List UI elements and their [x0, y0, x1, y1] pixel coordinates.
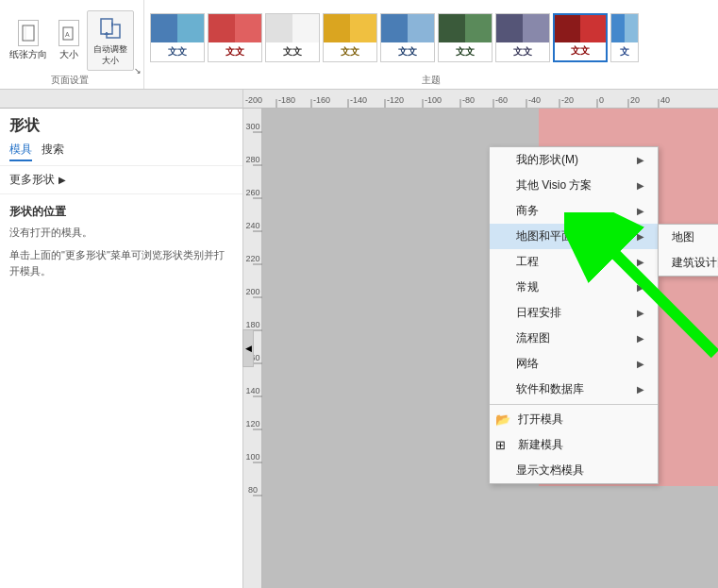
theme-8-label: 文文 — [571, 44, 590, 58]
submenu-architectural[interactable]: 建筑设计图 ▶ — [659, 250, 718, 276]
page-setup-group: 纸张方向 A 大小 自动调整大小 页面设 — [0, 0, 144, 89]
svg-text:80: 80 — [248, 485, 258, 495]
panel-title: 形状 — [9, 116, 233, 136]
ctx-general-arrow: ▶ — [637, 282, 644, 293]
svg-text:280: 280 — [245, 155, 259, 164]
ctx-engineering[interactable]: 工程 ▶ — [490, 249, 658, 275]
page-setup-label: 页面设置 — [51, 72, 89, 87]
svg-text:180: 180 — [245, 320, 259, 329]
open-stencil-icon: 📂 — [495, 412, 510, 427]
svg-rect-4 — [101, 19, 112, 34]
ruler-horizontal: -200 -180 -160 -140 -120 -100 -80 -60 -4… — [243, 90, 718, 109]
ctx-software[interactable]: 软件和数据库 ▶ — [490, 377, 658, 402]
size-icon: A — [58, 20, 79, 46]
theme-7-label: 文文 — [513, 45, 532, 59]
ctx-business[interactable]: 商务 ▶ — [490, 198, 658, 224]
ctx-open-stencil-label: 打开模具 — [516, 412, 563, 428]
svg-text:-160: -160 — [313, 95, 330, 105]
submenu-architectural-label: 建筑设计图 — [672, 255, 718, 271]
ctx-open-stencil[interactable]: 📂 打开模具 — [490, 407, 658, 432]
tab-search[interactable]: 搜索 — [42, 142, 64, 161]
ctx-other-visio-label: 其他 Visio 方案 — [516, 177, 592, 193]
svg-text:-180: -180 — [278, 95, 295, 105]
ctx-maps[interactable]: 地图和平面布置图 ▶ 地图 ▶ 建筑设计图 ▶ — [490, 224, 658, 249]
svg-text:-120: -120 — [387, 95, 404, 105]
svg-text:-40: -40 — [528, 95, 541, 105]
ctx-engineering-label: 工程 — [516, 254, 539, 270]
svg-text:100: 100 — [245, 452, 259, 462]
theme-item-6[interactable]: 文文 — [438, 13, 493, 62]
svg-text:40: 40 — [660, 95, 670, 105]
ctx-new-stencil-label: 新建模具 — [516, 437, 563, 453]
tab-stencil[interactable]: 模具 — [9, 142, 32, 161]
theme-5-label: 文文 — [398, 45, 417, 59]
svg-text:-60: -60 — [495, 95, 508, 105]
panel-collapse-button[interactable]: ◀ — [242, 329, 254, 367]
svg-text:200: 200 — [245, 287, 259, 296]
theme-6-label: 文文 — [456, 45, 475, 59]
ctx-network[interactable]: 网络 ▶ — [490, 351, 658, 377]
left-panel: 形状 模具 搜索 更多形状 ▶ 形状的位置 没有打开的模具。 单击上面的"更多形… — [0, 109, 243, 588]
svg-text:220: 220 — [245, 254, 259, 263]
ruler-area: -200 -180 -160 -140 -120 -100 -80 -60 -4… — [0, 90, 718, 109]
paper-direction-label: 纸张方向 — [9, 48, 47, 61]
svg-text:-200: -200 — [245, 95, 262, 105]
ctx-new-stencil[interactable]: ⊞ 新建模具 — [490, 432, 658, 458]
svg-text:140: 140 — [245, 386, 259, 395]
ctx-other-visio[interactable]: 其他 Visio 方案 ▶ — [490, 173, 658, 198]
auto-adjust-label: 自动调整大小 — [93, 44, 127, 66]
theme-item-7[interactable]: 文文 — [495, 13, 550, 62]
submenu-maps: 地图 ▶ 建筑设计图 ▶ — [658, 224, 718, 277]
themes-row: 文文 文文 文文 文文 文文 — [150, 4, 712, 72]
svg-text:-140: -140 — [350, 95, 367, 105]
more-shapes-arrow-icon: ▶ — [58, 175, 66, 185]
ctx-schedule[interactable]: 日程安排 ▶ — [490, 300, 658, 326]
svg-rect-0 — [23, 25, 34, 41]
ctx-show-doc-stencil[interactable]: 显示文档模具 — [490, 458, 658, 483]
theme-item-5[interactable]: 文文 — [380, 13, 435, 62]
svg-text:260: 260 — [245, 188, 259, 197]
ribbon: 纸张方向 A 大小 自动调整大小 页面设 — [0, 0, 718, 90]
theme-item-1[interactable]: 文文 — [150, 13, 205, 62]
svg-text:-20: -20 — [561, 95, 574, 105]
theme-item-2[interactable]: 文文 — [208, 13, 262, 62]
ctx-my-shapes[interactable]: 我的形状(M) ▶ — [490, 147, 658, 173]
auto-adjust-button[interactable]: 自动调整大小 — [87, 10, 134, 71]
size-label: 大小 — [59, 48, 78, 61]
svg-text:-80: -80 — [462, 95, 475, 105]
theme-9-label: 文 — [620, 45, 629, 59]
canvas[interactable]: 我的形状(M) ▶ 其他 Visio 方案 ▶ 商务 ▶ 地图和平面布置图 ▶ — [262, 109, 718, 588]
theme-item-4[interactable]: 文文 — [323, 13, 377, 62]
ctx-network-arrow: ▶ — [637, 359, 644, 369]
ctx-engineering-arrow: ▶ — [637, 257, 644, 267]
ctx-general-label: 常规 — [516, 279, 539, 295]
themes-group-label: 主题 — [150, 72, 712, 87]
auto-adjust-icon — [97, 15, 124, 44]
svg-text:240: 240 — [245, 221, 259, 230]
ctx-maps-label: 地图和平面布置图 — [516, 228, 607, 244]
ctx-software-arrow: ▶ — [637, 384, 644, 395]
more-shapes-button[interactable]: 更多形状 ▶ — [0, 166, 242, 194]
ctx-separator-1 — [490, 404, 658, 405]
ctx-business-arrow: ▶ — [637, 206, 644, 216]
ctx-general[interactable]: 常规 ▶ — [490, 275, 658, 300]
ctx-maps-arrow: ▶ — [637, 231, 644, 242]
theme-item-9[interactable]: 文 — [610, 13, 639, 62]
theme-item-3[interactable]: 文文 — [265, 13, 320, 62]
paper-direction-button[interactable]: 纸张方向 — [6, 18, 51, 63]
page-setup-expand-icon[interactable]: ↘ — [134, 66, 142, 76]
svg-text:300: 300 — [245, 122, 259, 131]
left-panel-tabs: 模具 搜索 — [9, 142, 233, 161]
ctx-network-label: 网络 — [516, 356, 539, 372]
svg-text:0: 0 — [599, 95, 604, 105]
theme-item-8[interactable]: 文文 — [553, 13, 608, 62]
submenu-map-label: 地图 — [672, 229, 694, 245]
ctx-flowchart[interactable]: 流程图 ▶ — [490, 326, 658, 351]
submenu-map[interactable]: 地图 ▶ — [659, 225, 718, 250]
left-panel-header: 形状 模具 搜索 — [0, 109, 242, 166]
theme-2-label: 文文 — [225, 45, 244, 59]
ctx-my-shapes-arrow: ▶ — [637, 155, 644, 165]
size-button[interactable]: A 大小 — [55, 18, 83, 63]
ctx-flowchart-arrow: ▶ — [637, 333, 644, 344]
svg-text:A: A — [65, 31, 70, 38]
